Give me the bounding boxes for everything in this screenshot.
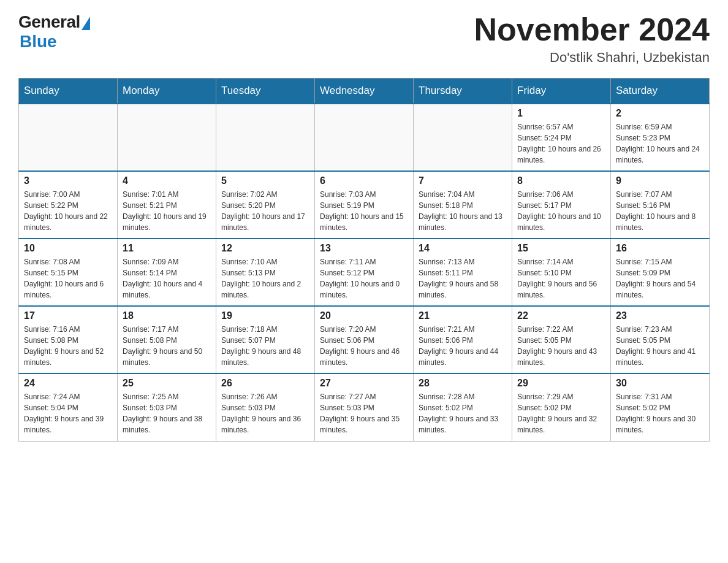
week-row-1: 1Sunrise: 6:57 AM Sunset: 5:24 PM Daylig… [19, 104, 710, 171]
logo: General Blue [18, 12, 90, 52]
logo-blue-text: Blue [20, 32, 57, 52]
day-number: 20 [320, 310, 408, 321]
day-number: 14 [419, 243, 507, 254]
day-number: 26 [221, 378, 309, 389]
day-info: Sunrise: 7:18 AM Sunset: 5:07 PM Dayligh… [221, 324, 309, 368]
day-info: Sunrise: 7:21 AM Sunset: 5:06 PM Dayligh… [419, 324, 507, 368]
weekday-header-row: SundayMondayTuesdayWednesdayThursdayFrid… [19, 79, 710, 104]
calendar-cell: 9Sunrise: 7:07 AM Sunset: 5:16 PM Daylig… [611, 171, 710, 239]
calendar-cell: 26Sunrise: 7:26 AM Sunset: 5:03 PM Dayli… [216, 373, 315, 441]
weekday-header-monday: Monday [118, 79, 216, 104]
calendar-cell: 30Sunrise: 7:31 AM Sunset: 5:02 PM Dayli… [611, 373, 710, 441]
day-info: Sunrise: 7:29 AM Sunset: 5:02 PM Dayligh… [517, 391, 605, 435]
weekday-header-sunday: Sunday [19, 79, 118, 104]
day-info: Sunrise: 7:07 AM Sunset: 5:16 PM Dayligh… [616, 189, 704, 233]
day-info: Sunrise: 7:27 AM Sunset: 5:03 PM Dayligh… [320, 391, 408, 435]
day-info: Sunrise: 7:23 AM Sunset: 5:05 PM Dayligh… [616, 324, 704, 368]
calendar-cell: 25Sunrise: 7:25 AM Sunset: 5:03 PM Dayli… [118, 373, 216, 441]
day-number: 23 [616, 310, 704, 321]
day-number: 22 [517, 310, 605, 321]
day-info: Sunrise: 7:00 AM Sunset: 5:22 PM Dayligh… [24, 189, 112, 233]
calendar-cell: 14Sunrise: 7:13 AM Sunset: 5:11 PM Dayli… [414, 239, 512, 306]
calendar-cell: 2Sunrise: 6:59 AM Sunset: 5:23 PM Daylig… [611, 104, 710, 171]
day-info: Sunrise: 7:25 AM Sunset: 5:03 PM Dayligh… [123, 391, 211, 435]
week-row-3: 10Sunrise: 7:08 AM Sunset: 5:15 PM Dayli… [19, 239, 710, 306]
day-info: Sunrise: 6:57 AM Sunset: 5:24 PM Dayligh… [517, 121, 605, 166]
calendar-cell: 27Sunrise: 7:27 AM Sunset: 5:03 PM Dayli… [315, 373, 414, 441]
day-number: 13 [320, 243, 408, 254]
weekday-header-thursday: Thursday [414, 79, 512, 104]
week-row-4: 17Sunrise: 7:16 AM Sunset: 5:08 PM Dayli… [19, 306, 710, 373]
day-info: Sunrise: 7:15 AM Sunset: 5:09 PM Dayligh… [616, 256, 704, 301]
day-info: Sunrise: 7:22 AM Sunset: 5:05 PM Dayligh… [517, 324, 605, 368]
day-info: Sunrise: 7:01 AM Sunset: 5:21 PM Dayligh… [123, 189, 211, 233]
header: General Blue November 2024 Do'stlik Shah… [18, 12, 710, 66]
calendar-cell: 29Sunrise: 7:29 AM Sunset: 5:02 PM Dayli… [512, 373, 611, 441]
calendar-cell: 5Sunrise: 7:02 AM Sunset: 5:20 PM Daylig… [216, 171, 315, 239]
calendar-table: SundayMondayTuesdayWednesdayThursdayFrid… [18, 78, 710, 442]
month-title: November 2024 [474, 12, 710, 47]
location-title: Do'stlik Shahri, Uzbekistan [474, 50, 710, 66]
logo-general-text: General [18, 12, 80, 32]
calendar-cell [216, 104, 315, 171]
day-info: Sunrise: 7:28 AM Sunset: 5:02 PM Dayligh… [419, 391, 507, 435]
calendar-cell: 12Sunrise: 7:10 AM Sunset: 5:13 PM Dayli… [216, 239, 315, 306]
day-info: Sunrise: 7:17 AM Sunset: 5:08 PM Dayligh… [123, 324, 211, 368]
weekday-header-friday: Friday [512, 79, 611, 104]
calendar-cell: 23Sunrise: 7:23 AM Sunset: 5:05 PM Dayli… [611, 306, 710, 373]
day-info: Sunrise: 7:16 AM Sunset: 5:08 PM Dayligh… [24, 324, 112, 368]
calendar-cell: 16Sunrise: 7:15 AM Sunset: 5:09 PM Dayli… [611, 239, 710, 306]
day-info: Sunrise: 7:11 AM Sunset: 5:12 PM Dayligh… [320, 256, 408, 301]
calendar-cell: 17Sunrise: 7:16 AM Sunset: 5:08 PM Dayli… [19, 306, 118, 373]
logo-triangle-icon [82, 17, 90, 30]
day-info: Sunrise: 7:09 AM Sunset: 5:14 PM Dayligh… [123, 256, 211, 301]
day-info: Sunrise: 7:06 AM Sunset: 5:17 PM Dayligh… [517, 189, 605, 233]
calendar-cell [315, 104, 414, 171]
day-number: 10 [24, 243, 112, 254]
day-number: 27 [320, 378, 408, 389]
day-info: Sunrise: 7:26 AM Sunset: 5:03 PM Dayligh… [221, 391, 309, 435]
day-info: Sunrise: 7:31 AM Sunset: 5:02 PM Dayligh… [616, 391, 704, 435]
calendar-cell: 21Sunrise: 7:21 AM Sunset: 5:06 PM Dayli… [414, 306, 512, 373]
calendar-cell: 15Sunrise: 7:14 AM Sunset: 5:10 PM Dayli… [512, 239, 611, 306]
day-number: 30 [616, 378, 704, 389]
weekday-header-saturday: Saturday [611, 79, 710, 104]
calendar-cell: 1Sunrise: 6:57 AM Sunset: 5:24 PM Daylig… [512, 104, 611, 171]
day-number: 17 [24, 310, 112, 321]
day-info: Sunrise: 7:02 AM Sunset: 5:20 PM Dayligh… [221, 189, 309, 233]
day-number: 7 [419, 175, 507, 186]
calendar-cell: 13Sunrise: 7:11 AM Sunset: 5:12 PM Dayli… [315, 239, 414, 306]
day-number: 5 [221, 175, 309, 186]
day-number: 2 [616, 108, 704, 119]
day-number: 1 [517, 108, 605, 119]
day-number: 9 [616, 175, 704, 186]
calendar-cell: 10Sunrise: 7:08 AM Sunset: 5:15 PM Dayli… [19, 239, 118, 306]
calendar-cell: 11Sunrise: 7:09 AM Sunset: 5:14 PM Dayli… [118, 239, 216, 306]
calendar-cell [118, 104, 216, 171]
day-number: 11 [123, 243, 211, 254]
day-number: 12 [221, 243, 309, 254]
day-info: Sunrise: 6:59 AM Sunset: 5:23 PM Dayligh… [616, 121, 704, 166]
calendar-cell: 8Sunrise: 7:06 AM Sunset: 5:17 PM Daylig… [512, 171, 611, 239]
day-number: 6 [320, 175, 408, 186]
day-number: 4 [123, 175, 211, 186]
day-number: 25 [123, 378, 211, 389]
title-area: November 2024 Do'stlik Shahri, Uzbekista… [474, 12, 710, 66]
calendar-cell: 3Sunrise: 7:00 AM Sunset: 5:22 PM Daylig… [19, 171, 118, 239]
calendar-cell: 4Sunrise: 7:01 AM Sunset: 5:21 PM Daylig… [118, 171, 216, 239]
calendar-cell: 24Sunrise: 7:24 AM Sunset: 5:04 PM Dayli… [19, 373, 118, 441]
weekday-header-wednesday: Wednesday [315, 79, 414, 104]
day-number: 8 [517, 175, 605, 186]
weekday-header-tuesday: Tuesday [216, 79, 315, 104]
calendar-cell: 22Sunrise: 7:22 AM Sunset: 5:05 PM Dayli… [512, 306, 611, 373]
calendar-cell: 20Sunrise: 7:20 AM Sunset: 5:06 PM Dayli… [315, 306, 414, 373]
day-info: Sunrise: 7:24 AM Sunset: 5:04 PM Dayligh… [24, 391, 112, 435]
day-number: 19 [221, 310, 309, 321]
day-number: 16 [616, 243, 704, 254]
week-row-2: 3Sunrise: 7:00 AM Sunset: 5:22 PM Daylig… [19, 171, 710, 239]
day-number: 28 [419, 378, 507, 389]
calendar-cell [414, 104, 512, 171]
week-row-5: 24Sunrise: 7:24 AM Sunset: 5:04 PM Dayli… [19, 373, 710, 441]
calendar-cell [19, 104, 118, 171]
day-info: Sunrise: 7:04 AM Sunset: 5:18 PM Dayligh… [419, 189, 507, 233]
